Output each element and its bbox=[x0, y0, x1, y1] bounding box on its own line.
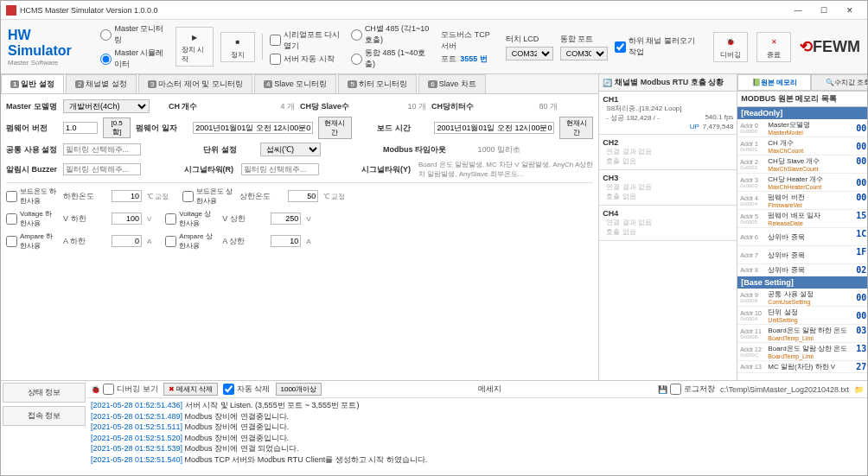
mem-list-title: MODBUS 원본 메모리 목록 bbox=[737, 92, 867, 107]
fw-half-button[interactable]: [0.5함] bbox=[103, 117, 131, 138]
mem-row[interactable]: Addr 7 상위바 증목 1F 227970 bbox=[737, 246, 867, 264]
ahigh-input[interactable] bbox=[271, 235, 301, 247]
master-model-select[interactable]: 개발버전(4Ch) bbox=[63, 99, 150, 113]
mem-row[interactable]: Addr 20x0002 CH당 Slave 개수MaxChSlaveCount… bbox=[737, 155, 867, 174]
baud-low-check[interactable]: 보드온도 하한사용 bbox=[6, 187, 58, 206]
minimize-button[interactable]: — bbox=[786, 3, 810, 18]
log-line: [2021-05-28 01:52:51.520] Modbus 장비에 연결중… bbox=[91, 433, 864, 444]
unit-select[interactable]: 섭씨(℃) bbox=[260, 143, 321, 156]
alow-check[interactable]: Ampare 하한사용 bbox=[6, 232, 58, 251]
vlow-check[interactable]: Voltage 하한사용 bbox=[6, 209, 58, 228]
fw-date-input[interactable] bbox=[193, 122, 312, 134]
folder-icon[interactable]: 📁 bbox=[854, 385, 864, 394]
vhigh-check[interactable]: Voltage 상한사용 bbox=[165, 209, 217, 228]
baud-high-check[interactable]: 보드온도 상한사용 bbox=[182, 187, 234, 206]
ch3-sub2: 호출 없음 bbox=[603, 192, 733, 201]
signal-y-value: Board 온도 알람발생, MC 차단 V 알람발생, AnyCh A상한치 … bbox=[418, 160, 593, 179]
mem-section-base: [Base Setting] bbox=[737, 276, 867, 289]
main-toolbar: HW Simulator Master Software Master 모니터링… bbox=[1, 20, 867, 74]
over1000-button[interactable]: 1000개이상 bbox=[276, 383, 322, 396]
ch485-radio[interactable]: CH별 485 (각1~10호출) bbox=[351, 23, 434, 46]
mem-tab-raw[interactable]: 📗원본 메모리 bbox=[737, 74, 811, 91]
ch1-total: 7,479,548 bbox=[703, 123, 734, 130]
low-temp-input[interactable] bbox=[112, 190, 142, 202]
mem-row[interactable]: Addr 100x000A 단위 설정UnitSetting 00 00 bbox=[737, 307, 867, 325]
log-line: [2021-05-28 01:52:51.511] Modbus 장비에 연결중… bbox=[91, 422, 864, 433]
tab-slave-chart[interactable]: 6Slave 차트 bbox=[418, 74, 485, 93]
ch1-title: CH1 bbox=[603, 95, 618, 104]
play-icon: ▶ bbox=[187, 29, 202, 45]
port-value: 3555 번 bbox=[460, 54, 488, 65]
maximize-button[interactable]: ☐ bbox=[812, 3, 836, 18]
comb-port-label: 통합 포트 bbox=[560, 34, 594, 45]
signal-r-input[interactable] bbox=[241, 163, 319, 175]
master-model-label: Master 모델명 bbox=[6, 101, 58, 112]
exit-button[interactable]: ✕ 종료 bbox=[756, 32, 791, 62]
comb485-radio[interactable]: 통합 485 (1~40호출) bbox=[351, 48, 434, 70]
stop-button[interactable]: ■ 정지 bbox=[220, 32, 255, 62]
fw-date-label: 펌웨어 일자 bbox=[136, 123, 188, 134]
mem-row[interactable]: Addr 6 상위바 증목 1C 057173 bbox=[737, 228, 867, 246]
mem-row[interactable]: Addr 90x0009 공통 사용 설정ComUseSetting 00 00 bbox=[737, 289, 867, 307]
mem-row[interactable]: Addr 110x000B Board온도 알람 하한 온도BoardTemp_… bbox=[737, 325, 867, 343]
ahigh-check[interactable]: Ampare 상한사용 bbox=[165, 232, 217, 251]
serial-reopen-check[interactable]: 시리얼포트 다시열기 bbox=[270, 29, 344, 52]
mode-monitor-radio[interactable]: Master 모니터링 bbox=[100, 23, 169, 46]
conn-info-tab[interactable]: 접속 정보 bbox=[3, 406, 86, 426]
mem-tab-value[interactable]: 🔍수치값 조회 bbox=[811, 74, 867, 91]
tab-heater-monitor[interactable]: 5히터 모니터링 bbox=[338, 74, 417, 93]
mem-row[interactable]: Addr 00x0000 Master모델명MasterModel 00 00 bbox=[737, 119, 867, 137]
low-ch-call-check[interactable]: 하위 채널 불러오기 작업 bbox=[615, 35, 699, 58]
tab-slave-monitor[interactable]: 4Slave 모니터링 bbox=[254, 74, 336, 93]
server-autostart-check[interactable]: 서버 자동 시작 bbox=[270, 54, 344, 65]
app-window: HCMS Master Simulator Version 1.0.0.0 — … bbox=[0, 0, 868, 476]
board-date-input[interactable] bbox=[434, 122, 553, 134]
ch-count-label: CH 개수 bbox=[169, 101, 220, 112]
ch1-sub: S8처리중..[18,242 Loop] bbox=[603, 104, 733, 113]
channel-status-title: 채널별 Modbus RTU 호출 상황 bbox=[615, 77, 724, 88]
ch3-block: CH3 연결 결과 없음 호출 없음 bbox=[599, 170, 737, 206]
mem-row[interactable]: Addr 8 상위바 증목 02 00 bbox=[737, 264, 867, 276]
mode-simulator-radio[interactable]: Master 시뮬레이터 bbox=[100, 48, 169, 70]
tab-channel[interactable]: 2채널별 설정 bbox=[66, 74, 137, 93]
mem-row[interactable]: Addr 13 MC 알람(차단) 하한 V 27 10 bbox=[737, 361, 867, 373]
status-info-tab[interactable]: 상태 정보 bbox=[3, 383, 86, 403]
mem-row[interactable]: Addr 50x0005 펌웨어 배포 일자ReleaseDate 15 015… bbox=[737, 210, 867, 228]
ch-count-value: 4 개 bbox=[226, 101, 295, 112]
log-area[interactable]: [2021-05-28 01:52:51.436] 서버 시작 및 Listen… bbox=[87, 398, 867, 475]
close-button[interactable]: ✕ bbox=[838, 3, 862, 18]
com30-select[interactable]: COM30 bbox=[560, 47, 608, 60]
channel-status-panel: 🔄채널별 Modbus RTU 호출 상황 CH1 S8처리중..[18,242… bbox=[599, 74, 737, 380]
now-button-2[interactable]: 현재시간 bbox=[559, 117, 594, 139]
mem-row[interactable]: Addr 10x0001 CH 개수MaxChCount 00 04 bbox=[737, 137, 867, 155]
port-label: 포트 bbox=[441, 54, 456, 65]
vhigh-input[interactable] bbox=[271, 213, 301, 225]
mem-row[interactable]: Addr 30x0003 CH당 Heater 개수MaxChHeaterCou… bbox=[737, 174, 867, 192]
debug-view-check[interactable]: 🐞디버깅 보기 bbox=[91, 384, 158, 395]
msg-delete-button[interactable]: ✖ 메세지 삭제 bbox=[163, 383, 218, 396]
high-temp-input[interactable] bbox=[288, 190, 318, 202]
common-input[interactable] bbox=[63, 143, 141, 155]
titlebar: HCMS Master Simulator Version 1.0.0.0 — … bbox=[1, 1, 867, 20]
buzzer-input[interactable] bbox=[63, 163, 141, 175]
mem-row[interactable]: Addr 120x000C Board온도 알람 상한 온도BoardTemp_… bbox=[737, 343, 867, 361]
mem-row[interactable]: Addr 40x0004 펌웨어 버전FirmwareVer 00 FF255 bbox=[737, 192, 867, 210]
ch4-sub: 연결 결과 없음 bbox=[603, 218, 733, 227]
tab-master-control[interactable]: 3마스터 제어 및 모니터링 bbox=[138, 74, 252, 93]
memory-panel: 📗원본 메모리 🔍수치값 조회 MODBUS 원본 메모리 목록 [ReadOn… bbox=[737, 74, 867, 380]
com32-select[interactable]: COM32 bbox=[506, 47, 553, 60]
bottom-left-tabs: 상태 정보 접속 정보 bbox=[1, 381, 87, 475]
auto-delete-check[interactable]: 자동 삭제 bbox=[223, 384, 271, 395]
app-icon bbox=[6, 5, 16, 16]
signal-r-label: 시그널타워(R) bbox=[184, 164, 236, 175]
ch1-fps: 540.1 fps bbox=[705, 113, 733, 123]
mem-list[interactable]: [ReadOnly] Addr 00x0000 Master모델명MasterM… bbox=[737, 107, 867, 380]
fw-ver-input[interactable] bbox=[63, 122, 98, 134]
start-button[interactable]: ▶ 장치 시작 bbox=[176, 27, 214, 67]
vlow-input[interactable] bbox=[112, 213, 142, 225]
tab-general[interactable]: 1일반 설정 bbox=[1, 74, 64, 93]
now-button-1[interactable]: 현재시간 bbox=[318, 117, 353, 139]
log-save-check[interactable]: 💾로그저장 bbox=[658, 384, 715, 395]
alow-input[interactable] bbox=[112, 235, 142, 247]
debug-button[interactable]: 🐞 디버깅 bbox=[713, 32, 748, 62]
